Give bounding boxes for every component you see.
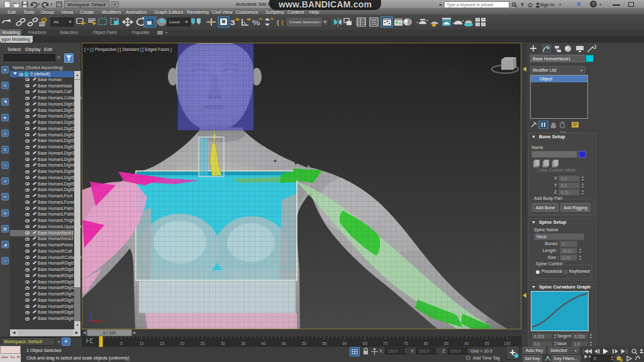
svg-text:Local: Local [169,20,180,24]
svg-text:[ + ] [ Perspective ] [ Standa: [ + ] [ Perspective ] [ Standard ] [ Edg… [84,47,172,52]
svg-text:All: All [53,20,58,24]
svg-text:75: 75 [403,341,408,346]
svg-text:45: 45 [282,341,287,346]
svg-text:35: 35 [241,341,246,346]
svg-text:20: 20 [180,341,185,346]
svg-text:%: % [252,18,260,26]
svg-text:70: 70 [383,341,388,346]
svg-text:95: 95 [485,341,490,346]
svg-text:25: 25 [200,341,205,346]
svg-text:90: 90 [464,341,469,346]
svg-text:85: 85 [444,341,449,346]
svg-text:100: 100 [504,341,511,346]
svg-text:55: 55 [322,341,327,346]
svg-text:65: 65 [363,341,368,346]
svg-text:5: 5 [120,341,123,346]
svg-text:{: { [277,19,279,26]
svg-text:3: 3 [230,18,235,26]
svg-text:30: 30 [221,341,226,346]
svg-text:80: 80 [424,341,429,346]
svg-text:10: 10 [139,341,144,346]
svg-text:40: 40 [261,341,266,346]
svg-text:50: 50 [302,341,307,346]
svg-text:(: ( [281,19,284,26]
svg-text:15: 15 [160,341,165,346]
svg-text:Create Selection Se: Create Selection Se [289,21,326,24]
svg-text:60: 60 [342,341,347,346]
